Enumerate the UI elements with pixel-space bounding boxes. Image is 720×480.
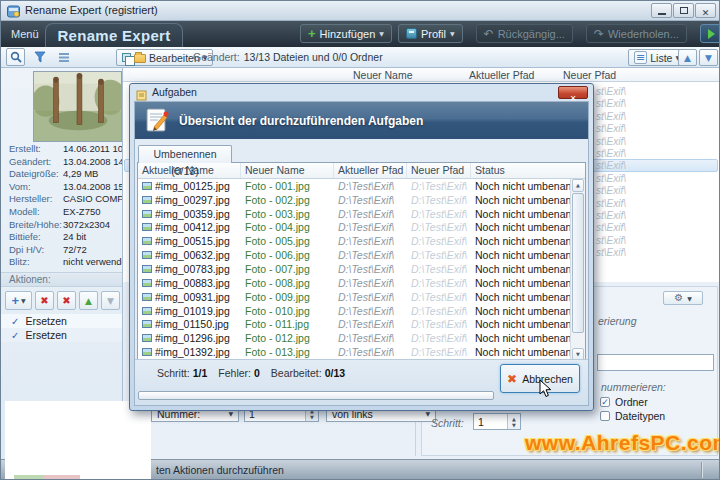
cell-current-path: D:\Test\Exif\ <box>334 208 407 220</box>
cell-status: Noch nicht umbenannt <box>471 235 570 247</box>
table-row[interactable]: #img_00125.jpgFoto - 001.jpgD:\Test\Exif… <box>138 179 570 193</box>
cell-new-name: Foto - 011.jpg <box>241 318 334 330</box>
schritt-stepper[interactable]: 1 ▲▼ <box>473 413 521 430</box>
settings-dropdown-button[interactable]: ⚙ ▼ <box>663 291 703 305</box>
ribbon-button-r-ckg-ngig[interactable]: Rückgängig... <box>476 24 573 43</box>
table-row[interactable]: #img_00412.jpgFoto - 004.jpgD:\Test\Exif… <box>138 221 570 235</box>
tab-umbenennen[interactable]: Umbenennen (0/13) <box>138 145 232 163</box>
tab-rename-expert[interactable]: Rename Expert <box>45 23 183 47</box>
action-item[interactable]: ✓Ersetzen <box>1 328 122 342</box>
stepper-arrows-icon[interactable]: ▲▼ <box>507 414 520 429</box>
table-row[interactable]: #img_00297.jpgFoto - 002.jpgD:\Test\Exif… <box>138 193 570 207</box>
checkbox-label: Dateitypen <box>615 410 665 422</box>
vertical-scrollbar[interactable]: ▲ ▼ <box>570 179 585 361</box>
delete-icon: ✖ <box>40 295 48 306</box>
filter-button[interactable] <box>30 48 49 66</box>
ribbon-button-wiederholen[interactable]: Wiederholen... <box>586 24 687 43</box>
cell-new-name: Foto - 012.jpg <box>241 332 334 344</box>
cell-current-path: D:\Test\Exif\ <box>334 263 407 275</box>
dialog-close-button[interactable] <box>558 86 588 99</box>
numbering-group-label: erierung <box>598 315 637 327</box>
action-move-up-button[interactable]: ▲ <box>79 291 98 310</box>
property-value: EX-Z750 <box>63 206 101 219</box>
preview-tab-button[interactable] <box>6 48 25 66</box>
remove-all-actions-button[interactable]: ✖ <box>57 291 76 310</box>
action-move-down-button[interactable]: ▼ <box>101 291 120 310</box>
current-file-name: #img_00883.jpg <box>155 277 230 289</box>
property-label: Modell: <box>9 206 63 219</box>
action-item[interactable]: ✓Ersetzen <box>1 314 122 328</box>
table-row[interactable]: #img_01296.jpgFoto - 012.jpgD:\Test\Exif… <box>138 331 570 345</box>
menu-button[interactable]: Menü <box>11 28 39 40</box>
add-action-button[interactable]: +▼ <box>5 291 32 310</box>
cell-current-path: D:\Test\Exif\ <box>334 249 407 261</box>
column-header-neuer-pfad[interactable]: Neuer Pfad <box>563 69 616 81</box>
property-value: 3072x2304 <box>63 219 110 232</box>
maximize-icon <box>680 7 688 14</box>
tasks-overview-icon <box>144 107 170 137</box>
path-text: st\Exif\ <box>596 111 626 122</box>
table-row[interactable]: #img_01392.jpgFoto - 013.jpgD:\Test\Exif… <box>138 345 570 359</box>
checkbox-checked-icon[interactable]: ✓ <box>11 316 19 327</box>
checkbox-row-dateitypen[interactable]: Dateitypen <box>600 409 665 423</box>
file-list-header[interactable]: Neuer Name Aktueller Pfad Neuer Pfad <box>123 68 720 82</box>
action-item-label: Ersetzen <box>25 315 66 327</box>
processed-label: Bearbeitet: <box>271 367 322 379</box>
table-row[interactable]: #img_00931.jpgFoto - 009.jpgD:\Test\Exif… <box>138 290 570 304</box>
cell-status: Noch nicht umbenannt <box>471 346 570 358</box>
scrollbar-thumb[interactable] <box>572 193 584 333</box>
cell-status: Noch nicht umbenannt <box>471 180 570 192</box>
minimize-button[interactable] <box>651 3 672 18</box>
property-label: Dpi H/V: <box>9 244 63 257</box>
table-row[interactable]: #img_00783.jpgFoto - 007.jpgD:\Test\Exif… <box>138 262 570 276</box>
ribbon-button-profil[interactable]: Profil▼ <box>398 24 463 43</box>
move-down-button[interactable]: ▼ <box>699 49 718 66</box>
checkbox-checked-icon[interactable]: ✓ <box>600 397 610 407</box>
remove-action-button[interactable]: ✖ <box>35 291 54 310</box>
checkbox-icon[interactable] <box>600 411 610 421</box>
arrow-up-icon: ▲ <box>684 53 691 63</box>
numbering-text-input[interactable] <box>597 354 714 371</box>
table-row[interactable]: #img_00632.jpgFoto - 006.jpgD:\Test\Exif… <box>138 248 570 262</box>
move-up-button[interactable]: ▲ <box>678 49 697 66</box>
chevron-down-icon: ▼ <box>21 297 26 304</box>
scroll-up-icon[interactable]: ▲ <box>572 179 584 192</box>
table-row[interactable]: #img_00359.jpgFoto - 003.jpgD:\Test\Exif… <box>138 207 570 221</box>
image-thumbnail <box>33 71 122 142</box>
checkbox-row-ordner[interactable]: ✓Ordner <box>600 395 665 409</box>
column-neuer-name[interactable]: Neuer Name <box>241 163 334 178</box>
table-row[interactable]: #img_01019.jpgFoto - 010.jpgD:\Test\Exif… <box>138 304 570 318</box>
column-aktueller-pfad[interactable]: Aktueller Pfad <box>334 163 407 178</box>
column-header-neuer-name[interactable]: Neuer Name <box>353 69 413 81</box>
ribbon-button-hinzuf-gen[interactable]: +Hinzufügen▼ <box>300 24 392 43</box>
close-button[interactable] <box>695 3 716 18</box>
minimize-icon <box>658 13 666 15</box>
cell-current-name: #img_00297.jpg <box>138 194 241 206</box>
checkbox-checked-icon[interactable]: ✓ <box>11 330 19 341</box>
ribbon-button-label: Wiederholen... <box>608 28 679 40</box>
tasks-table: Aktueller Name Neuer Name Aktueller Pfad… <box>137 162 586 362</box>
tasks-table-header[interactable]: Aktueller Name Neuer Name Aktueller Pfad… <box>138 163 585 179</box>
cell-current-name: #img_01019.jpg <box>138 305 241 317</box>
ribbon-button-bernehmen[interactable]: Übernehmen... <box>700 24 720 43</box>
table-row[interactable]: #img_00883.jpgFoto - 008.jpgD:\Test\Exif… <box>138 276 570 290</box>
property-value: 13.04.2008 14:11:3 <box>63 156 122 169</box>
maximize-button[interactable] <box>673 3 694 18</box>
cell-new-path: D:\Test\Exif\ <box>407 235 471 247</box>
table-row[interactable]: #img_01150.jpgFoto - 011.jpgD:\Test\Exif… <box>138 317 570 331</box>
cell-current-path: D:\Test\Exif\ <box>334 318 407 330</box>
column-status[interactable]: Status <box>471 163 585 178</box>
details-button[interactable] <box>54 48 73 66</box>
cell-current-name: #img_00359.jpg <box>138 208 241 220</box>
table-row[interactable]: #img_00515.jpgFoto - 005.jpgD:\Test\Exif… <box>138 234 570 248</box>
column-header-aktueller-pfad[interactable]: Aktueller Pfad <box>469 69 534 81</box>
property-label: Vom: <box>9 181 63 194</box>
cell-current-name: #img_00412.jpg <box>138 221 241 233</box>
folder-icon <box>134 54 146 63</box>
exif-properties: Erstellt:14.06.2011 10:11:3Geändert:13.0… <box>1 143 122 269</box>
cell-new-path: D:\Test\Exif\ <box>407 318 471 330</box>
column-neuer-pfad[interactable]: Neuer Pfad <box>407 163 471 178</box>
dialog-body: Übersicht der durchzuführenden Aufgaben … <box>134 101 589 406</box>
progress-bar <box>138 391 494 400</box>
path-text: st\Exif\ <box>596 198 626 209</box>
